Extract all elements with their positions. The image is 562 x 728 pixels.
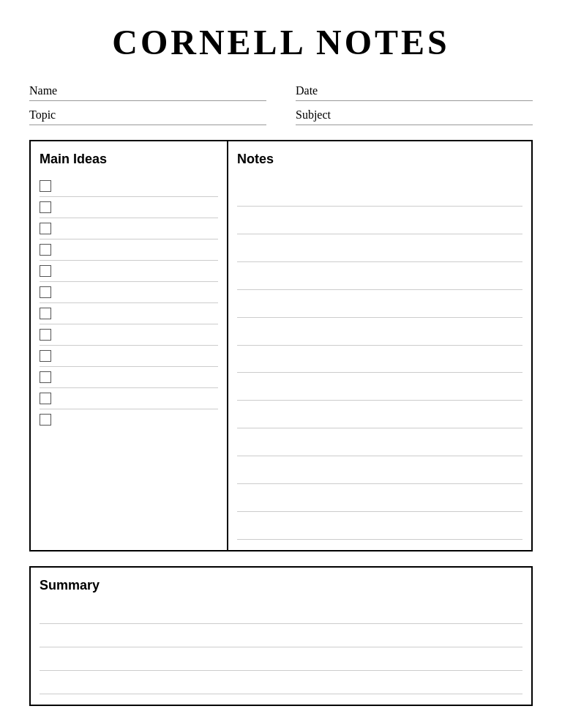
checkbox-icon[interactable] [40, 223, 51, 234]
summary-line [40, 671, 522, 694]
name-label: Name [29, 84, 57, 97]
note-line [237, 431, 522, 456]
list-item[interactable] [40, 367, 218, 388]
note-line [237, 515, 522, 540]
topic-label: Topic [29, 108, 56, 122]
main-content-area: Main Ideas [29, 140, 533, 551]
checkbox-icon[interactable] [40, 286, 51, 298]
header-fields: Name Date Topic Subject [29, 84, 533, 125]
checkbox-icon[interactable] [40, 350, 51, 362]
summary-lines [40, 601, 522, 694]
list-item[interactable] [40, 239, 218, 261]
note-line [237, 209, 522, 234]
note-line [237, 237, 522, 262]
note-line [237, 182, 522, 207]
main-ideas-panel: Main Ideas [31, 141, 228, 550]
cornell-notes-page: CORNELL NOTES Name Date Topic Subject Ma… [0, 0, 562, 728]
checkbox-icon[interactable] [40, 414, 51, 426]
list-item[interactable] [40, 197, 218, 218]
list-item[interactable] [40, 388, 218, 409]
list-item[interactable] [40, 261, 218, 282]
checkbox-icon[interactable] [40, 329, 51, 341]
note-line [237, 293, 522, 318]
note-line [237, 376, 522, 401]
list-item[interactable] [40, 303, 218, 324]
page-title: CORNELL NOTES [29, 22, 533, 62]
note-line [237, 348, 522, 373]
checkbox-list [40, 176, 218, 430]
summary-section[interactable]: Summary [29, 566, 533, 706]
note-line [237, 459, 522, 484]
checkbox-icon[interactable] [40, 308, 51, 319]
summary-line [40, 601, 522, 624]
summary-line [40, 624, 522, 647]
note-line [237, 487, 522, 512]
subject-label: Subject [296, 108, 331, 122]
checkbox-icon[interactable] [40, 180, 51, 192]
notes-panel: Notes [228, 141, 531, 550]
note-line [237, 321, 522, 346]
main-ideas-heading: Main Ideas [40, 152, 218, 167]
checkbox-icon[interactable] [40, 265, 51, 277]
note-line [237, 265, 522, 290]
checkbox-icon[interactable] [40, 244, 51, 256]
name-field[interactable]: Name [29, 84, 266, 101]
list-item[interactable] [40, 282, 218, 303]
subject-field[interactable]: Subject [296, 108, 533, 125]
checkbox-icon[interactable] [40, 371, 51, 383]
topic-field[interactable]: Topic [29, 108, 266, 125]
summary-heading: Summary [40, 578, 522, 593]
list-item[interactable] [40, 176, 218, 197]
date-field[interactable]: Date [296, 84, 533, 101]
list-item[interactable] [40, 324, 218, 346]
date-label: Date [296, 84, 318, 97]
list-item[interactable] [40, 409, 218, 430]
list-item[interactable] [40, 346, 218, 367]
checkbox-icon[interactable] [40, 393, 51, 404]
list-item[interactable] [40, 218, 218, 239]
summary-line [40, 647, 522, 671]
notes-heading: Notes [237, 152, 522, 167]
checkbox-icon[interactable] [40, 201, 51, 213]
notes-lines[interactable] [237, 182, 522, 540]
note-line [237, 404, 522, 428]
